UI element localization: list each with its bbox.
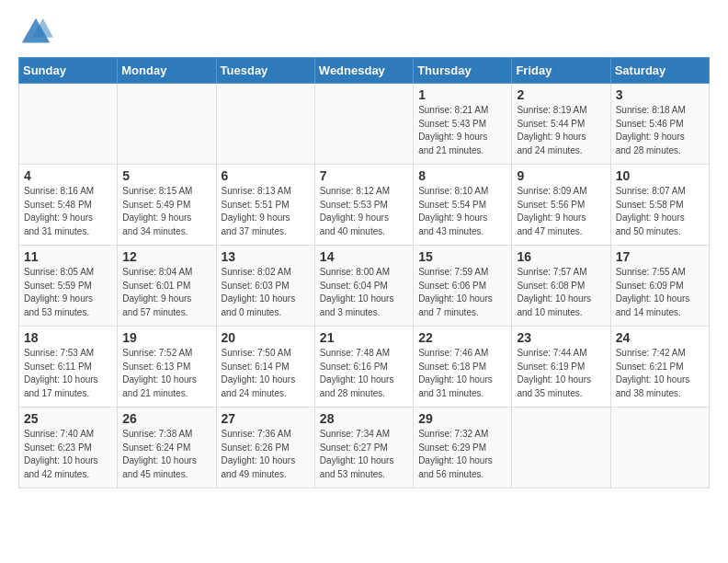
header-cell-wednesday: Wednesday bbox=[314, 58, 413, 84]
day-cell: 21Sunrise: 7:48 AMSunset: 6:16 PMDayligh… bbox=[314, 327, 413, 408]
day-cell: 14Sunrise: 8:00 AMSunset: 6:04 PMDayligh… bbox=[314, 246, 413, 327]
day-number: 24 bbox=[616, 330, 704, 345]
header-row: SundayMondayTuesdayWednesdayThursdayFrid… bbox=[19, 58, 710, 84]
day-info: Sunrise: 7:48 AMSunset: 6:16 PMDaylight:… bbox=[320, 347, 408, 400]
day-info: Sunrise: 8:10 AMSunset: 5:54 PMDaylight:… bbox=[418, 185, 506, 238]
day-info: Sunrise: 7:40 AMSunset: 6:23 PMDaylight:… bbox=[24, 428, 112, 481]
day-info: Sunrise: 7:38 AMSunset: 6:24 PMDaylight:… bbox=[122, 428, 210, 481]
day-info: Sunrise: 8:05 AMSunset: 5:59 PMDaylight:… bbox=[24, 266, 112, 319]
day-cell bbox=[314, 84, 413, 165]
day-info: Sunrise: 7:46 AMSunset: 6:18 PMDaylight:… bbox=[418, 347, 506, 400]
week-row-1: 4Sunrise: 8:16 AMSunset: 5:48 PMDaylight… bbox=[19, 165, 710, 246]
day-cell: 6Sunrise: 8:13 AMSunset: 5:51 PMDaylight… bbox=[216, 165, 314, 246]
day-number: 14 bbox=[320, 249, 408, 264]
day-info: Sunrise: 8:18 AMSunset: 5:46 PMDaylight:… bbox=[616, 104, 704, 157]
week-row-0: 1Sunrise: 8:21 AMSunset: 5:43 PMDaylight… bbox=[19, 84, 710, 165]
day-info: Sunrise: 7:36 AMSunset: 6:26 PMDaylight:… bbox=[222, 428, 310, 481]
day-number: 7 bbox=[320, 168, 408, 183]
header-cell-saturday: Saturday bbox=[610, 58, 709, 84]
day-number: 9 bbox=[517, 168, 605, 183]
day-cell: 25Sunrise: 7:40 AMSunset: 6:23 PMDayligh… bbox=[19, 408, 118, 488]
day-cell: 7Sunrise: 8:12 AMSunset: 5:53 PMDaylight… bbox=[314, 165, 413, 246]
day-cell bbox=[19, 84, 118, 165]
day-cell: 3Sunrise: 8:18 AMSunset: 5:46 PMDaylight… bbox=[610, 84, 709, 165]
day-cell: 1Sunrise: 8:21 AMSunset: 5:43 PMDaylight… bbox=[414, 84, 512, 165]
day-info: Sunrise: 8:13 AMSunset: 5:51 PMDaylight:… bbox=[222, 185, 310, 238]
day-number: 5 bbox=[122, 168, 210, 183]
day-cell: 15Sunrise: 7:59 AMSunset: 6:06 PMDayligh… bbox=[414, 246, 512, 327]
day-cell: 20Sunrise: 7:50 AMSunset: 6:14 PMDayligh… bbox=[216, 327, 314, 408]
day-info: Sunrise: 8:00 AMSunset: 6:04 PMDaylight:… bbox=[320, 266, 408, 319]
day-cell: 17Sunrise: 7:55 AMSunset: 6:09 PMDayligh… bbox=[610, 246, 709, 327]
day-number: 17 bbox=[616, 249, 704, 264]
day-info: Sunrise: 7:50 AMSunset: 6:14 PMDaylight:… bbox=[222, 347, 310, 400]
day-info: Sunrise: 8:19 AMSunset: 5:44 PMDaylight:… bbox=[517, 104, 605, 157]
day-number: 15 bbox=[418, 249, 506, 264]
day-number: 18 bbox=[24, 330, 112, 345]
header-cell-monday: Monday bbox=[118, 58, 216, 84]
day-number: 13 bbox=[222, 249, 310, 264]
day-info: Sunrise: 7:44 AMSunset: 6:19 PMDaylight:… bbox=[517, 347, 605, 400]
day-number: 29 bbox=[418, 411, 506, 426]
day-cell: 23Sunrise: 7:44 AMSunset: 6:19 PMDayligh… bbox=[512, 327, 610, 408]
header-cell-friday: Friday bbox=[512, 58, 610, 84]
day-info: Sunrise: 8:02 AMSunset: 6:03 PMDaylight:… bbox=[222, 266, 310, 319]
day-info: Sunrise: 8:12 AMSunset: 5:53 PMDaylight:… bbox=[320, 185, 408, 238]
page-header bbox=[0, 0, 728, 57]
day-number: 23 bbox=[517, 330, 605, 345]
day-number: 10 bbox=[616, 168, 704, 183]
day-number: 1 bbox=[418, 87, 506, 102]
day-cell bbox=[118, 84, 216, 165]
day-cell: 9Sunrise: 8:09 AMSunset: 5:56 PMDaylight… bbox=[512, 165, 610, 246]
calendar-table: SundayMondayTuesdayWednesdayThursdayFrid… bbox=[18, 57, 710, 488]
day-info: Sunrise: 7:57 AMSunset: 6:08 PMDaylight:… bbox=[517, 266, 605, 319]
day-number: 26 bbox=[122, 411, 210, 426]
day-number: 28 bbox=[320, 411, 408, 426]
logo-icon bbox=[18, 15, 53, 50]
day-cell: 19Sunrise: 7:52 AMSunset: 6:13 PMDayligh… bbox=[118, 327, 216, 408]
day-cell bbox=[610, 408, 709, 488]
header-cell-sunday: Sunday bbox=[19, 58, 118, 84]
day-cell: 8Sunrise: 8:10 AMSunset: 5:54 PMDaylight… bbox=[414, 165, 512, 246]
day-number: 3 bbox=[616, 87, 704, 102]
day-number: 25 bbox=[24, 411, 112, 426]
day-cell: 29Sunrise: 7:32 AMSunset: 6:29 PMDayligh… bbox=[414, 408, 512, 488]
day-number: 2 bbox=[517, 87, 605, 102]
logo bbox=[18, 15, 57, 50]
day-cell: 13Sunrise: 8:02 AMSunset: 6:03 PMDayligh… bbox=[216, 246, 314, 327]
day-cell: 28Sunrise: 7:34 AMSunset: 6:27 PMDayligh… bbox=[314, 408, 413, 488]
day-number: 22 bbox=[418, 330, 506, 345]
day-cell: 16Sunrise: 7:57 AMSunset: 6:08 PMDayligh… bbox=[512, 246, 610, 327]
day-info: Sunrise: 8:04 AMSunset: 6:01 PMDaylight:… bbox=[122, 266, 210, 319]
day-info: Sunrise: 7:34 AMSunset: 6:27 PMDaylight:… bbox=[320, 428, 408, 481]
day-cell: 26Sunrise: 7:38 AMSunset: 6:24 PMDayligh… bbox=[118, 408, 216, 488]
day-cell: 27Sunrise: 7:36 AMSunset: 6:26 PMDayligh… bbox=[216, 408, 314, 488]
day-cell bbox=[216, 84, 314, 165]
day-number: 20 bbox=[222, 330, 310, 345]
header-cell-thursday: Thursday bbox=[414, 58, 512, 84]
calendar-header: SundayMondayTuesdayWednesdayThursdayFrid… bbox=[19, 58, 710, 84]
day-number: 19 bbox=[122, 330, 210, 345]
day-number: 8 bbox=[418, 168, 506, 183]
day-number: 11 bbox=[24, 249, 112, 264]
week-row-3: 18Sunrise: 7:53 AMSunset: 6:11 PMDayligh… bbox=[19, 327, 710, 408]
day-cell: 11Sunrise: 8:05 AMSunset: 5:59 PMDayligh… bbox=[19, 246, 118, 327]
day-number: 16 bbox=[517, 249, 605, 264]
day-cell: 18Sunrise: 7:53 AMSunset: 6:11 PMDayligh… bbox=[19, 327, 118, 408]
day-info: Sunrise: 8:15 AMSunset: 5:49 PMDaylight:… bbox=[122, 185, 210, 238]
day-cell: 5Sunrise: 8:15 AMSunset: 5:49 PMDaylight… bbox=[118, 165, 216, 246]
day-cell: 22Sunrise: 7:46 AMSunset: 6:18 PMDayligh… bbox=[414, 327, 512, 408]
day-cell: 4Sunrise: 8:16 AMSunset: 5:48 PMDaylight… bbox=[19, 165, 118, 246]
week-row-4: 25Sunrise: 7:40 AMSunset: 6:23 PMDayligh… bbox=[19, 408, 710, 488]
day-number: 4 bbox=[24, 168, 112, 183]
week-row-2: 11Sunrise: 8:05 AMSunset: 5:59 PMDayligh… bbox=[19, 246, 710, 327]
day-info: Sunrise: 8:16 AMSunset: 5:48 PMDaylight:… bbox=[24, 185, 112, 238]
day-info: Sunrise: 7:59 AMSunset: 6:06 PMDaylight:… bbox=[418, 266, 506, 319]
day-cell: 10Sunrise: 8:07 AMSunset: 5:58 PMDayligh… bbox=[610, 165, 709, 246]
day-info: Sunrise: 7:52 AMSunset: 6:13 PMDaylight:… bbox=[122, 347, 210, 400]
header-cell-tuesday: Tuesday bbox=[216, 58, 314, 84]
day-number: 27 bbox=[222, 411, 310, 426]
day-number: 6 bbox=[222, 168, 310, 183]
calendar-body: 1Sunrise: 8:21 AMSunset: 5:43 PMDaylight… bbox=[19, 84, 710, 488]
day-cell bbox=[512, 408, 610, 488]
